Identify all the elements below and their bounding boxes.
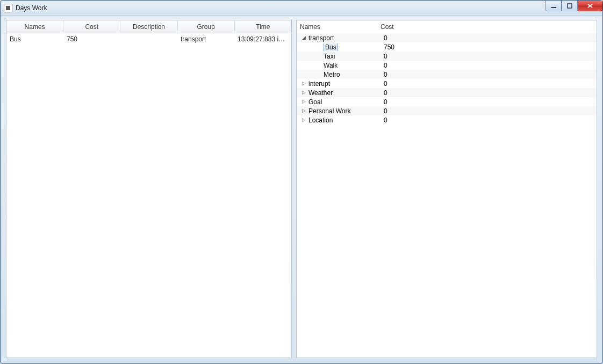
svg-rect-1 [568, 4, 572, 8]
tree-node-weather[interactable]: ▷ Weather 0 [297, 88, 597, 97]
expand-icon[interactable]: ▷ [301, 108, 306, 114]
expand-icon[interactable]: ▷ [301, 90, 306, 96]
maximize-icon [567, 3, 572, 9]
col-header-description[interactable]: Description [120, 20, 177, 33]
maximize-button[interactable] [562, 1, 578, 11]
col-header-cost[interactable]: Cost [63, 20, 120, 33]
tree-body: ◢ transport 0 ▸ Bus 750 ▸ Taxi 0 [297, 33, 597, 358]
grid-body: Bus 750 transport 13:09:27:883 in 20… [6, 33, 291, 358]
cell-time: 13:09:27:883 in 20… [234, 35, 291, 43]
tree-node-personal-work[interactable]: ▷ Personal Work 0 [297, 106, 597, 115]
col-header-names[interactable]: Names [6, 20, 63, 33]
tree-node-walk[interactable]: ▸ Walk 0 [297, 61, 597, 70]
grid-header: Names Cost Description Group Time [6, 20, 291, 33]
titlebar[interactable]: Days Work [1, 1, 602, 16]
app-icon [4, 4, 12, 12]
tree-col-names[interactable]: Names [297, 20, 377, 33]
app-window: Days Work Names Cost Description Group T… [0, 0, 603, 364]
client-area: Names Cost Description Group Time Bus 75… [6, 20, 597, 358]
tree-node-location[interactable]: ▷ Location 0 [297, 115, 597, 125]
expand-icon[interactable]: ▷ [301, 118, 306, 123]
tree-node-transport[interactable]: ◢ transport 0 [297, 33, 597, 42]
minimize-button[interactable] [545, 1, 562, 11]
tree-node-bus[interactable]: ▸ Bus 750 [297, 42, 597, 52]
expand-icon[interactable]: ▷ [301, 81, 306, 86]
close-button[interactable] [578, 1, 602, 11]
tree-header: Names Cost [297, 20, 597, 33]
expand-icon[interactable]: ▷ [301, 99, 306, 105]
window-title: Days Work [16, 4, 47, 12]
table-row[interactable]: Bus 750 transport 13:09:27:883 in 20… [6, 33, 291, 45]
tree-node-goal[interactable]: ▷ Goal 0 [297, 97, 597, 106]
tree-node-taxi[interactable]: ▸ Taxi 0 [297, 52, 597, 61]
collapse-icon[interactable]: ◢ [301, 35, 306, 41]
tree-node-metro[interactable]: ▸ Metro 0 [297, 70, 597, 79]
minimize-icon [551, 3, 556, 9]
cell-cost: 750 [63, 35, 120, 43]
col-header-time[interactable]: Time [235, 20, 291, 33]
window-controls [545, 1, 602, 11]
right-tree-panel: Names Cost ◢ transport 0 ▸ Bus 750 [296, 20, 597, 358]
cell-group: transport [177, 35, 234, 43]
tree-node-interupt[interactable]: ▷ interupt 0 [297, 79, 597, 88]
close-icon [587, 3, 593, 9]
left-grid-panel: Names Cost Description Group Time Bus 75… [6, 20, 292, 358]
svg-rect-0 [551, 7, 556, 8]
col-header-group[interactable]: Group [178, 20, 235, 33]
tree-col-cost[interactable]: Cost [377, 20, 458, 33]
cell-names: Bus [6, 35, 63, 43]
